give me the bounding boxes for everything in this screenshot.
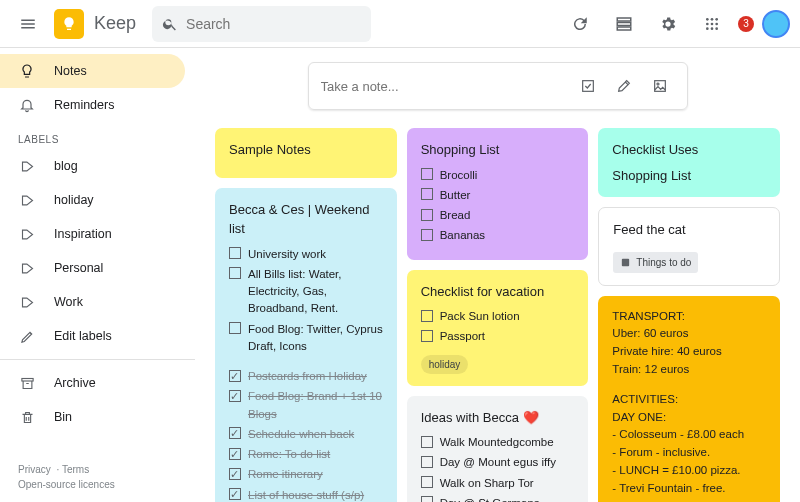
checklist-item[interactable]: Day @ Mount egus iffy [421, 454, 575, 471]
licences-link[interactable]: Open-source licences [18, 479, 177, 490]
checkbox-icon[interactable] [229, 488, 241, 500]
checkbox-icon[interactable] [229, 390, 241, 402]
checklist-text: University work [248, 246, 326, 263]
search-icon [162, 16, 178, 32]
checklist-item[interactable]: Postcards from Holiday [229, 368, 383, 385]
sidebar-label[interactable]: Personal [0, 251, 185, 285]
checkbox-icon[interactable] [421, 436, 433, 448]
checklist-text: Day @ St Germans [440, 495, 540, 502]
checkbox-icon[interactable] [229, 322, 241, 334]
checkbox-icon[interactable] [421, 310, 433, 322]
checklist-item[interactable]: Passport [421, 328, 575, 345]
checkbox-icon[interactable] [421, 496, 433, 502]
checkbox-icon[interactable] [229, 267, 241, 279]
settings-button[interactable] [650, 6, 686, 42]
reminder-chip[interactable]: Things to do [613, 252, 698, 273]
note-title: Checklist for vacation [421, 282, 575, 302]
menu-button[interactable] [10, 6, 46, 42]
note-body: TRANSPORT: Uber: 60 eurosPrivate hire: 4… [612, 308, 766, 503]
app-logo [54, 9, 84, 39]
sidebar-label[interactable]: Inspiration [0, 217, 185, 251]
note-ideas[interactable]: Ideas with Becca ❤️ Walk MountedgcombeDa… [407, 396, 589, 503]
note-checklist-uses[interactable]: Checklist Uses Shopping List [598, 128, 780, 197]
apps-button[interactable] [694, 6, 730, 42]
label-chip[interactable]: holiday [421, 355, 469, 374]
sidebar-label[interactable]: blog [0, 149, 185, 183]
note-subtitle: Shopping List [612, 166, 766, 186]
checklist-item[interactable]: Day @ St Germans [421, 495, 575, 502]
checkbox-icon[interactable] [421, 229, 433, 241]
new-drawing-button[interactable] [609, 71, 639, 101]
checkbox-icon[interactable] [421, 168, 433, 180]
sidebar-label[interactable]: Work [0, 285, 185, 319]
notification-badge[interactable]: 3 [738, 16, 754, 32]
checklist-item[interactable]: Bread [421, 207, 575, 224]
new-image-button[interactable] [645, 71, 675, 101]
checklist-item[interactable]: Schedule when back [229, 426, 383, 443]
new-checklist-button[interactable] [573, 71, 603, 101]
label-icon [18, 157, 36, 175]
note-composer[interactable] [308, 62, 688, 110]
checklist-text: Bread [440, 207, 471, 224]
nav-label: Reminders [54, 98, 114, 112]
checkbox-icon[interactable] [421, 476, 433, 488]
avatar[interactable] [762, 10, 790, 38]
svg-point-15 [657, 83, 659, 85]
checklist-item[interactable]: Food Blog: Brand + 1st 10 Blogs [229, 388, 383, 423]
checkbox-icon[interactable] [421, 188, 433, 200]
checklist-item[interactable]: Butter [421, 187, 575, 204]
nav-archive[interactable]: Archive [0, 366, 185, 400]
checklist-item[interactable]: University work [229, 246, 383, 263]
checkbox-icon[interactable] [229, 468, 241, 480]
nav-notes[interactable]: Notes [0, 54, 185, 88]
refresh-button[interactable] [562, 6, 598, 42]
checklist-item[interactable]: Food Blog: Twitter, Cyprus Draft, Icons [229, 321, 383, 356]
note-title: Shopping List [421, 140, 575, 160]
checklist-item[interactable]: List of house stuff (s/p) (kettle) [229, 487, 383, 503]
search-box[interactable] [152, 6, 371, 42]
note-weekend-list[interactable]: Becca & Ces | Weekend list University wo… [215, 188, 397, 503]
checklist-item[interactable]: All Bills list: Water, Electricity, Gas,… [229, 266, 383, 318]
nav-label: holiday [54, 193, 94, 207]
checkbox-icon[interactable] [229, 427, 241, 439]
checklist-item[interactable]: Pack Sun lotion [421, 308, 575, 325]
checklist-item[interactable]: Walk on Sharp Tor [421, 475, 575, 492]
nav-label: blog [54, 159, 78, 173]
checklist-text: Butter [440, 187, 471, 204]
checklist-text: Rome: To do list [248, 446, 330, 463]
nav-reminders[interactable]: Reminders [0, 88, 185, 122]
checkbox-icon[interactable] [421, 209, 433, 221]
checkbox-icon[interactable] [229, 247, 241, 259]
note-shopping-list[interactable]: Shopping List BrocolliButterBreadBananas [407, 128, 589, 260]
svg-point-9 [706, 27, 709, 30]
composer-input[interactable] [321, 79, 567, 94]
checklist-text: Pack Sun lotion [440, 308, 520, 325]
main-content: Sample Notes Becca & Ces | Weekend list … [195, 48, 800, 502]
checkbox-icon[interactable] [421, 330, 433, 342]
checklist-item[interactable]: Bananas [421, 227, 575, 244]
note-transport[interactable]: TRANSPORT: Uber: 60 eurosPrivate hire: 4… [598, 296, 780, 503]
checklist-item[interactable]: Walk Mountedgcombe [421, 434, 575, 451]
checkbox-icon[interactable] [229, 370, 241, 382]
checkbox-icon[interactable] [421, 456, 433, 468]
sidebar-label[interactable]: holiday [0, 183, 185, 217]
privacy-link[interactable]: Privacy [18, 464, 51, 475]
nav-bin[interactable]: Bin [0, 400, 185, 434]
checklist-item[interactable]: Brocolli [421, 167, 575, 184]
checklist-item[interactable]: Rome itinerary [229, 466, 383, 483]
note-sample[interactable]: Sample Notes [215, 128, 397, 178]
note-vacation[interactable]: Checklist for vacation Pack Sun lotionPa… [407, 270, 589, 386]
checklist-text: List of house stuff (s/p) (kettle) [248, 487, 383, 503]
nav-label: Personal [54, 261, 103, 275]
label-icon [18, 191, 36, 209]
terms-link[interactable]: Terms [62, 464, 89, 475]
labels-heading: LABELS [0, 122, 195, 149]
svg-rect-12 [21, 378, 32, 381]
checkbox-icon[interactable] [229, 448, 241, 460]
search-input[interactable] [186, 16, 361, 32]
nav-edit-labels[interactable]: Edit labels [0, 319, 185, 353]
nav-label: Edit labels [54, 329, 112, 343]
note-feed-cat[interactable]: Feed the cat Things to do [598, 207, 780, 286]
view-toggle-button[interactable] [606, 6, 642, 42]
checklist-item[interactable]: Rome: To do list [229, 446, 383, 463]
